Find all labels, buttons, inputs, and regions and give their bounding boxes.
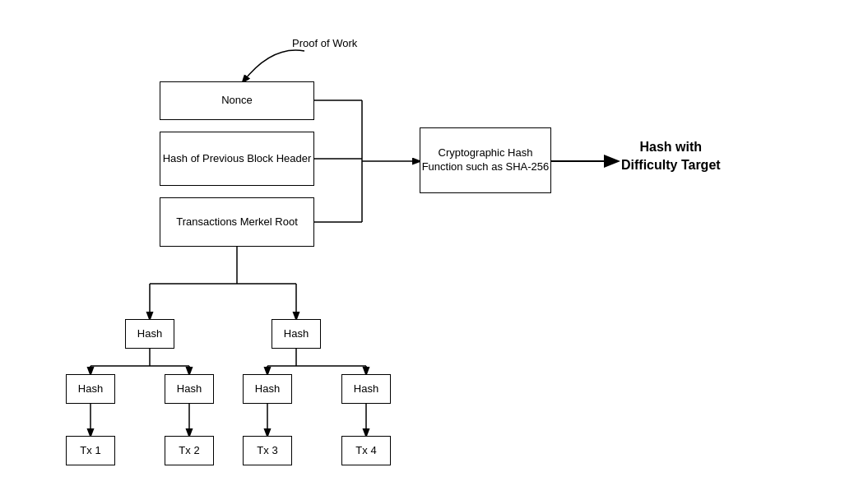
hash-right-box: Hash <box>272 319 321 349</box>
tx3-box: Tx 3 <box>243 436 292 465</box>
tx4-box: Tx 4 <box>341 436 391 465</box>
hash-ll-box: Hash <box>66 374 115 404</box>
prev-hash-box: Hash of Previous Block Header <box>160 132 314 186</box>
hash-left-box: Hash <box>125 319 174 349</box>
hash-rr-box: Hash <box>341 374 391 404</box>
hash-rl-box: Hash <box>243 374 292 404</box>
nonce-box: Nonce <box>160 81 314 120</box>
tx1-box: Tx 1 <box>66 436 115 465</box>
tx2-box: Tx 2 <box>165 436 214 465</box>
proof-of-work-label: Proof of Work <box>292 37 357 49</box>
merkle-root-box: Transactions Merkel Root <box>160 197 314 247</box>
diagram: Proof of Work Nonce Hash of Previous Blo… <box>0 0 868 486</box>
crypto-hash-box: Cryptographic Hash Function such as SHA-… <box>420 127 551 193</box>
connector-lines <box>0 0 868 486</box>
hash-lr-box: Hash <box>165 374 214 404</box>
hash-difficulty-label: Hash withDifficulty Target <box>621 138 721 175</box>
